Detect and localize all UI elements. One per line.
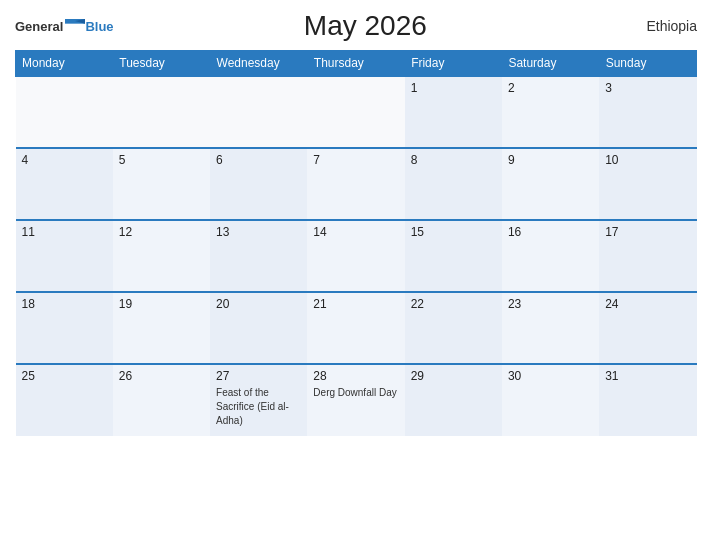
day-number: 15 [411, 225, 496, 239]
calendar-cell: 18 [16, 292, 113, 364]
calendar-cell: 13 [210, 220, 307, 292]
day-number: 8 [411, 153, 496, 167]
calendar-cell: 1 [405, 76, 502, 148]
day-number: 9 [508, 153, 593, 167]
calendar-cell: 21 [307, 292, 404, 364]
calendar-container: General Blue May 2026 Ethiopia Monday Tu… [0, 0, 712, 550]
event-label: Feast of the Sacrifice (Eid al-Adha) [216, 387, 289, 426]
logo: General Blue [15, 19, 114, 34]
month-title: May 2026 [114, 10, 617, 42]
calendar-cell: 28Derg Downfall Day [307, 364, 404, 436]
calendar-cell: 10 [599, 148, 696, 220]
day-number: 25 [22, 369, 107, 383]
calendar-cell: 20 [210, 292, 307, 364]
logo-flag-icon [65, 19, 85, 33]
calendar-cell: 3 [599, 76, 696, 148]
day-number: 22 [411, 297, 496, 311]
calendar-header: General Blue May 2026 Ethiopia [15, 10, 697, 42]
calendar-cell: 24 [599, 292, 696, 364]
week-row-2: 45678910 [16, 148, 697, 220]
col-friday: Friday [405, 51, 502, 77]
calendar-cell: 22 [405, 292, 502, 364]
calendar-cell: 8 [405, 148, 502, 220]
day-number: 3 [605, 81, 690, 95]
day-number: 5 [119, 153, 204, 167]
day-number: 19 [119, 297, 204, 311]
logo-blue-text: Blue [85, 19, 113, 34]
event-label: Derg Downfall Day [313, 387, 396, 398]
calendar-cell: 17 [599, 220, 696, 292]
calendar-cell [16, 76, 113, 148]
calendar-cell: 2 [502, 76, 599, 148]
day-number: 2 [508, 81, 593, 95]
calendar-cell: 7 [307, 148, 404, 220]
calendar-cell: 15 [405, 220, 502, 292]
col-thursday: Thursday [307, 51, 404, 77]
day-number: 26 [119, 369, 204, 383]
day-number: 12 [119, 225, 204, 239]
day-number: 24 [605, 297, 690, 311]
calendar-cell: 11 [16, 220, 113, 292]
day-number: 31 [605, 369, 690, 383]
col-saturday: Saturday [502, 51, 599, 77]
col-monday: Monday [16, 51, 113, 77]
day-number: 17 [605, 225, 690, 239]
calendar-cell [307, 76, 404, 148]
calendar-cell: 6 [210, 148, 307, 220]
calendar-cell: 12 [113, 220, 210, 292]
calendar-cell: 19 [113, 292, 210, 364]
col-tuesday: Tuesday [113, 51, 210, 77]
calendar-cell [113, 76, 210, 148]
day-number: 21 [313, 297, 398, 311]
calendar-cell: 5 [113, 148, 210, 220]
day-number: 1 [411, 81, 496, 95]
day-number: 14 [313, 225, 398, 239]
day-number: 30 [508, 369, 593, 383]
calendar-cell: 9 [502, 148, 599, 220]
calendar-cell: 16 [502, 220, 599, 292]
col-sunday: Sunday [599, 51, 696, 77]
week-row-5: 252627Feast of the Sacrifice (Eid al-Adh… [16, 364, 697, 436]
col-wednesday: Wednesday [210, 51, 307, 77]
day-number: 20 [216, 297, 301, 311]
week-row-3: 11121314151617 [16, 220, 697, 292]
day-number: 27 [216, 369, 301, 383]
day-number: 4 [22, 153, 107, 167]
day-number: 23 [508, 297, 593, 311]
calendar-grid: Monday Tuesday Wednesday Thursday Friday… [15, 50, 697, 436]
day-number: 18 [22, 297, 107, 311]
calendar-cell [210, 76, 307, 148]
day-number: 16 [508, 225, 593, 239]
calendar-cell: 25 [16, 364, 113, 436]
logo-general-text: General [15, 19, 63, 34]
calendar-cell: 31 [599, 364, 696, 436]
day-number: 10 [605, 153, 690, 167]
calendar-cell: 14 [307, 220, 404, 292]
day-number: 13 [216, 225, 301, 239]
day-number: 29 [411, 369, 496, 383]
week-row-4: 18192021222324 [16, 292, 697, 364]
calendar-cell: 27Feast of the Sacrifice (Eid al-Adha) [210, 364, 307, 436]
calendar-cell: 26 [113, 364, 210, 436]
calendar-cell: 29 [405, 364, 502, 436]
week-row-1: 123 [16, 76, 697, 148]
calendar-cell: 30 [502, 364, 599, 436]
day-number: 6 [216, 153, 301, 167]
day-number: 28 [313, 369, 398, 383]
calendar-cell: 4 [16, 148, 113, 220]
days-of-week-row: Monday Tuesday Wednesday Thursday Friday… [16, 51, 697, 77]
calendar-cell: 23 [502, 292, 599, 364]
day-number: 11 [22, 225, 107, 239]
day-number: 7 [313, 153, 398, 167]
country-label: Ethiopia [617, 18, 697, 34]
